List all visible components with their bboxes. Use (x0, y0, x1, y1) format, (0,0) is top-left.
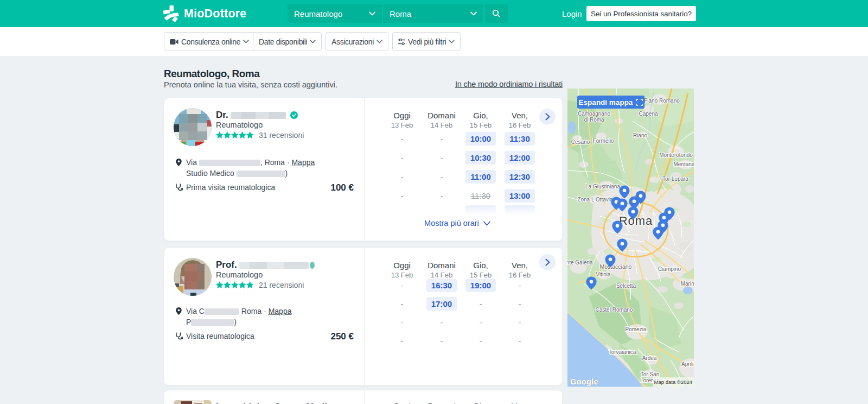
svg-text:Aprilia: Aprilia (681, 361, 694, 367)
svg-text:La Giustiniana: La Giustiniana (585, 184, 620, 190)
svg-text:Ponte Galeria: Ponte Galeria (567, 260, 593, 266)
svg-text:Pomezia: Pomezia (626, 326, 647, 332)
svg-text:di Roma: di Roma (584, 117, 604, 123)
svg-text:Monterotondo: Monterotondo (659, 152, 693, 158)
svg-text:Torvaianica: Torvaianica (609, 349, 636, 355)
svg-text:Tor San: Tor San (641, 371, 659, 377)
svg-text:Mostacciano: Mostacciano (600, 263, 632, 270)
svg-text:Ciampino: Ciampino (658, 266, 681, 272)
svg-text:Capena: Capena (639, 111, 658, 117)
svg-text:Riano: Riano (633, 132, 648, 138)
svg-text:Castel Romano: Castel Romano (596, 307, 633, 313)
svg-text:Fiano Romano: Fiano Romano (644, 98, 680, 104)
svg-text:Formello: Formello (593, 138, 614, 144)
svg-text:Cesano: Cesano (571, 139, 590, 145)
svg-text:Zona L Ottavia: Zona L Ottavia (577, 197, 613, 203)
svg-text:Mentana: Mentana (674, 161, 694, 167)
svg-text:Vitinia: Vitinia (596, 272, 610, 277)
svg-text:Google: Google (570, 377, 598, 386)
svg-text:Map data ©2024: Map data ©2024 (654, 379, 692, 385)
svg-text:Campagnano: Campagnano (578, 111, 610, 117)
svg-text:Tor Lupara: Tor Lupara (662, 176, 688, 182)
svg-text:Marino: Marino (681, 281, 694, 287)
svg-text:Selcetta: Selcetta (616, 283, 636, 289)
svg-text:Ardea: Ardea (642, 355, 657, 361)
